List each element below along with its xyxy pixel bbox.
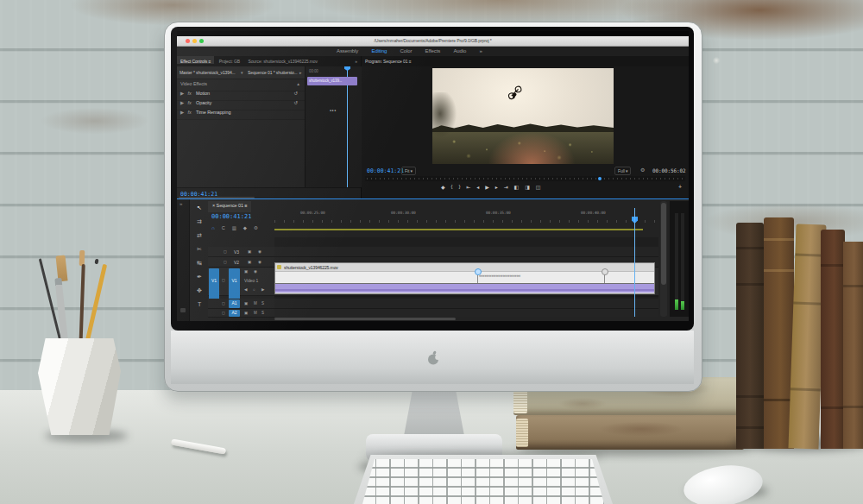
- slip-tool[interactable]: ↹: [197, 260, 202, 267]
- tab-effect-controls[interactable]: Effect Controls ≡: [177, 56, 214, 64]
- lock-icon[interactable]: ◻: [222, 301, 225, 306]
- go-to-in-icon[interactable]: ⇤: [466, 184, 470, 190]
- sequence-clip-selector[interactable]: Sequence 01 * shuttersto...: [248, 70, 299, 75]
- toggle-track-output-icon[interactable]: ◉: [254, 269, 257, 274]
- selection-tool[interactable]: ↖: [197, 205, 202, 211]
- effect-name[interactable]: Time Remapping: [192, 110, 230, 115]
- lock-icon[interactable]: ◻: [222, 311, 225, 315]
- track-header-v2[interactable]: ◻ V2 ▣ ◉: [208, 257, 274, 268]
- keyframe-dots[interactable]: ●●●: [330, 109, 337, 112]
- panel-overflow-icon[interactable]: »: [351, 56, 361, 64]
- step-forward-icon[interactable]: ▸: [495, 184, 498, 190]
- razor-tool[interactable]: ✂: [197, 246, 202, 253]
- workspace-overflow-icon[interactable]: »: [474, 47, 488, 54]
- sync-lock-icon[interactable]: ▣: [244, 269, 248, 274]
- lift-icon[interactable]: ◧: [514, 184, 520, 190]
- sync-lock-icon[interactable]: ▣: [244, 301, 248, 306]
- toggle-track-output-icon[interactable]: ◉: [258, 249, 261, 254]
- work-area-bar[interactable]: [274, 229, 643, 230]
- sync-lock-icon[interactable]: ▣: [248, 249, 251, 254]
- timeline-playhead-line[interactable]: [634, 208, 635, 317]
- scrub-playhead[interactable]: [598, 177, 602, 180]
- tab-project[interactable]: Project: GB: [216, 56, 243, 64]
- previous-keyframe-icon[interactable]: ◀: [244, 287, 247, 292]
- track-a1-content[interactable]: [274, 299, 658, 309]
- lock-icon[interactable]: ◻: [224, 249, 227, 254]
- toggle-track-output-icon[interactable]: ◉: [258, 260, 261, 264]
- timeline-display-icon[interactable]: ▥: [232, 225, 236, 230]
- track-v3-content[interactable]: [274, 247, 658, 257]
- sequence-tab[interactable]: × Sequence 01 ≡: [208, 201, 251, 212]
- timeline-ruler[interactable]: 00:00:25:00 00:00:30:00 00:00:35:00 00:0…: [274, 208, 658, 224]
- sync-lock-icon[interactable]: ▣: [248, 260, 251, 264]
- timeline-timecode[interactable]: 00:00:41:21: [211, 213, 251, 220]
- snap-icon[interactable]: ∩: [211, 225, 215, 230]
- next-keyframe-icon[interactable]: ▶: [261, 287, 264, 292]
- mini-clip-chip[interactable]: shutterstock_v139...: [307, 77, 357, 85]
- mini-playhead-marker[interactable]: [344, 66, 350, 71]
- panel-menu-icon[interactable]: ≡: [244, 203, 247, 208]
- add-marker-icon[interactable]: ◆: [441, 184, 445, 190]
- panel-menu-icon[interactable]: ≡: [409, 59, 412, 64]
- lock-icon[interactable]: ◻: [224, 260, 227, 264]
- track-label-a2[interactable]: A2: [229, 310, 240, 317]
- panel-menu-icon[interactable]: ≡: [209, 59, 211, 64]
- export-frame-icon[interactable]: ◫: [536, 184, 541, 190]
- track-label-v3[interactable]: V3: [234, 249, 239, 255]
- add-marker-icon[interactable]: ◆: [243, 225, 247, 230]
- clip-title-bar[interactable]: shutterstock_v13946225.mov: [275, 263, 654, 272]
- workspace-tab-assembly[interactable]: Assembly: [331, 47, 364, 54]
- reset-icon[interactable]: ↺: [293, 91, 298, 96]
- step-back-icon[interactable]: ◂: [476, 184, 479, 190]
- edge-bottom-icon[interactable]: [180, 308, 186, 312]
- workspace-tab-color[interactable]: Color: [394, 47, 418, 54]
- workspace-tab-editing[interactable]: Editing: [366, 47, 394, 54]
- timeline-settings-icon[interactable]: ⚙: [254, 225, 258, 230]
- panel-overflow-icon[interactable]: »: [180, 201, 182, 206]
- tab-source[interactable]: Source: shutterstock_v13946225.mov: [244, 56, 321, 64]
- mark-out-icon[interactable]: }: [458, 184, 460, 190]
- master-clip-selector[interactable]: Master * shutterstock_v1394...: [180, 70, 242, 75]
- timeline-clip[interactable]: shutterstock_v13946225.mov ‹‹‹‹‹‹‹‹‹‹‹‹‹…: [274, 262, 655, 294]
- timeline-vertical-scrollbar[interactable]: [660, 201, 667, 317]
- track-header-v1[interactable]: V1 ◻ V1 ▣ ◉ Video 1 ◀ ○ ▶: [208, 268, 274, 296]
- solo-button[interactable]: S: [261, 311, 264, 315]
- program-timecode[interactable]: 00:00:41:21: [367, 167, 404, 174]
- hand-tool[interactable]: ✥: [197, 287, 202, 294]
- track-a2-content[interactable]: [274, 309, 658, 317]
- track-select-tool[interactable]: ⇉: [197, 218, 202, 225]
- program-scrub-bar[interactable]: [365, 176, 685, 181]
- speed-keyframe-right[interactable]: [602, 268, 608, 275]
- go-to-out-icon[interactable]: ⇥: [504, 184, 508, 190]
- scrollbar-thumb[interactable]: [661, 203, 666, 285]
- sync-lock-icon[interactable]: ▣: [244, 311, 248, 315]
- speed-keyframe-left[interactable]: [475, 268, 482, 275]
- extract-icon[interactable]: ◨: [525, 184, 530, 190]
- workspace-tab-audio[interactable]: Audio: [447, 47, 472, 54]
- track-header-v3[interactable]: ◻ V3 ▣ ◉: [208, 247, 274, 257]
- workspace-tab-effects[interactable]: Effects: [419, 47, 447, 54]
- close-icon[interactable]: ×: [212, 203, 215, 208]
- play-icon[interactable]: ▶: [485, 184, 489, 190]
- mark-in-icon[interactable]: {: [451, 184, 453, 190]
- add-button[interactable]: +: [678, 184, 682, 190]
- track-label-a1[interactable]: A1: [229, 299, 240, 308]
- solo-button[interactable]: S: [261, 301, 264, 306]
- program-video-frame[interactable]: [432, 68, 614, 164]
- track-label-v2[interactable]: V2: [234, 260, 239, 265]
- track-header-a2[interactable]: ◻ A2 ▣ M S: [208, 309, 274, 318]
- mute-button[interactable]: M: [254, 311, 257, 315]
- ripple-edit-tool[interactable]: ⇄: [197, 232, 202, 239]
- effect-row-time-remapping[interactable]: ▶ fx Time Remapping: [177, 107, 305, 120]
- collapse-section-icon[interactable]: ▴: [297, 81, 299, 86]
- mute-button[interactable]: M: [254, 301, 257, 306]
- track-header-a1[interactable]: ◻ A1 ▣ M S: [208, 299, 274, 309]
- fit-dropdown[interactable]: Fit ▾: [401, 167, 416, 175]
- effect-name[interactable]: Opacity: [192, 100, 211, 105]
- tab-program[interactable]: Program: Sequence 01 ≡: [362, 56, 415, 64]
- resolution-dropdown[interactable]: Full ▾: [614, 167, 631, 175]
- keyframe-timeline-area[interactable]: 00:00 shutterstock_v139... ●●●: [305, 66, 362, 187]
- lock-icon[interactable]: ◻: [222, 278, 225, 282]
- timeline-horizontal-scrollbar[interactable]: [274, 318, 456, 320]
- type-tool[interactable]: T: [198, 301, 201, 307]
